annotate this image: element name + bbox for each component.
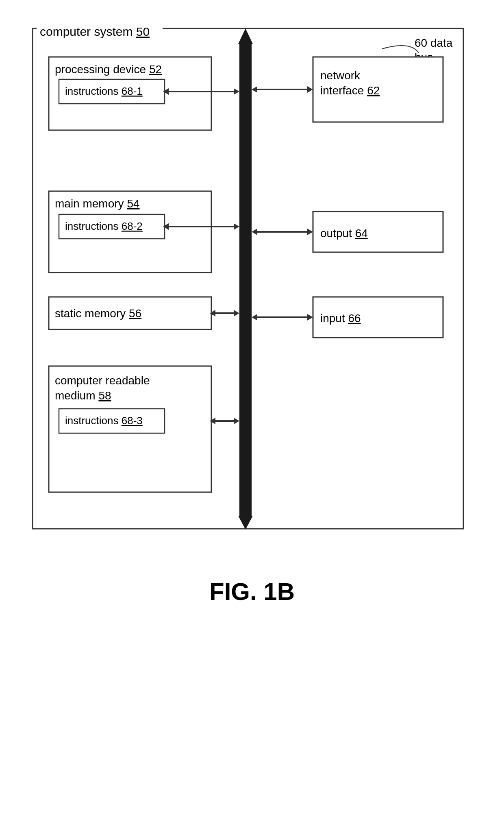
- diagram-svg: computer system 50 60 data bus processin…: [28, 16, 476, 545]
- diagram-container: computer system 50 60 data bus processin…: [28, 16, 476, 545]
- crm-label-line2: medium 58: [55, 389, 111, 402]
- input-label: input 66: [320, 312, 361, 325]
- data-bus-bar: [239, 41, 252, 517]
- processing-device-number: 52: [149, 63, 162, 76]
- page-container: computer system 50 60 data bus processin…: [0, 0, 504, 833]
- network-interface-label-line2: interface 62: [320, 84, 380, 97]
- static-memory-number: 56: [129, 307, 141, 320]
- instructions-68-2-label: instructions 68-2: [65, 220, 143, 232]
- instructions-68-1-number: 68-1: [122, 85, 143, 97]
- processing-device-label: processing device 52: [55, 63, 162, 76]
- instructions-68-3-number: 68-3: [122, 414, 143, 427]
- computer-system-number: 50: [136, 25, 150, 38]
- data-bus-label: 60 data: [415, 37, 453, 49]
- input-number: 66: [348, 312, 361, 325]
- static-memory-label: static memory 56: [55, 307, 141, 320]
- crm-number: 58: [98, 389, 111, 402]
- network-interface-label-line1: network: [320, 69, 361, 82]
- instructions-68-2-number: 68-2: [122, 220, 143, 232]
- output-number: 64: [355, 227, 368, 240]
- network-interface-number: 62: [367, 84, 380, 97]
- output-label: output 64: [320, 227, 368, 240]
- figure-label: FIG. 1B: [24, 578, 480, 606]
- main-memory-number: 54: [127, 197, 139, 210]
- crm-label-line1: computer readable: [55, 374, 150, 387]
- main-memory-label: main memory 54: [55, 197, 140, 210]
- instructions-68-1-label: instructions 68-1: [65, 85, 143, 97]
- computer-system-label: computer system 50: [40, 25, 150, 38]
- instructions-68-3-label: instructions 68-3: [65, 414, 143, 427]
